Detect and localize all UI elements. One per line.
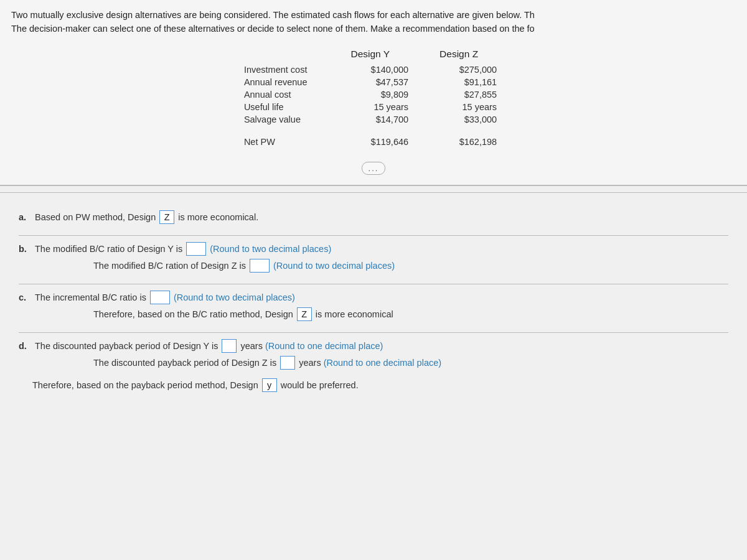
q-c-line1-suffix: (Round to two decimal places) <box>174 292 295 302</box>
row-y-2: $9,809 <box>326 88 415 101</box>
question-b-line1: b. The modified B/C ratio of Design Y is… <box>19 242 728 256</box>
q-d-line1-mid: years <box>240 341 262 351</box>
q-d-box2[interactable] <box>280 356 295 370</box>
question-b-line2: The modified B/C ration of Design Z is (… <box>19 259 728 273</box>
question-d-line2: The discounted payback period of Design … <box>19 356 728 370</box>
q-d-line3-prefix: Therefore, based on the payback period m… <box>32 380 258 390</box>
page: Two mutually exclusive design alternativ… <box>0 0 747 560</box>
q-label-c: c. <box>19 292 30 302</box>
ellipsis-button[interactable]: ... <box>362 162 386 175</box>
ellipsis-row: ... <box>11 162 736 175</box>
question-c-line1: c. The incremental B/C ratio is (Round t… <box>19 291 728 304</box>
table-row: Annual cost $9,809 $27,855 <box>244 88 503 101</box>
q-c-box2[interactable]: Z <box>297 307 312 321</box>
q-b-box2[interactable] <box>250 259 270 273</box>
question-c: c. The incremental B/C ratio is (Round t… <box>19 291 728 321</box>
q-label-b: b. <box>19 244 30 254</box>
q-b-box1[interactable] <box>186 242 206 256</box>
q-d-line1-suffix: (Round to one decimal place) <box>265 341 383 351</box>
table-row-netpw: Net PW $119,646 $162,198 <box>244 131 503 148</box>
intro-line1: Two mutually exclusive design alternativ… <box>11 9 736 22</box>
q-b-line2-suffix: (Round to two decimal places) <box>273 261 395 271</box>
q-b-line1-prefix: The modified B/C ratio of Design Y is <box>35 244 182 254</box>
row-label-1: Annual revenue <box>244 76 326 88</box>
top-section: Two mutually exclusive design alternativ… <box>0 0 747 186</box>
separator-d <box>19 332 728 333</box>
row-label-4: Salvage value <box>244 113 326 126</box>
table-row: Salvage value $14,700 $33,000 <box>244 113 503 126</box>
q-d-box3[interactable]: y <box>262 378 277 392</box>
table-wrapper: Design Y Design Z Investment cost $140,0… <box>11 47 736 148</box>
net-pw-label: Net PW <box>244 131 326 148</box>
row-y-3: 15 years <box>326 101 415 113</box>
q-label-d: d. <box>19 341 30 351</box>
separator-b <box>19 235 728 236</box>
question-d: d. The discounted payback period of Desi… <box>19 339 728 392</box>
q-d-line2-mid: years <box>299 358 321 368</box>
net-pw-y: $119,646 <box>326 131 415 148</box>
data-table: Design Y Design Z Investment cost $140,0… <box>244 47 503 148</box>
q-d-line2-suffix: (Round to one decimal place) <box>324 358 441 368</box>
table-row: Useful life 15 years 15 years <box>244 101 503 113</box>
question-d-line1: d. The discounted payback period of Desi… <box>19 339 728 353</box>
q-a-box[interactable]: Z <box>159 210 174 224</box>
intro-block: Two mutually exclusive design alternativ… <box>11 9 736 36</box>
table-row: Investment cost $140,000 $275,000 <box>244 63 503 76</box>
row-y-4: $14,700 <box>326 113 415 126</box>
row-label-2: Annual cost <box>244 88 326 101</box>
q-c-line1-prefix: The incremental B/C ratio is <box>35 292 146 302</box>
row-z-2: $27,855 <box>415 88 503 101</box>
question-b: b. The modified B/C ratio of Design Y is… <box>19 242 728 273</box>
row-y-0: $140,000 <box>326 63 415 76</box>
q-b-line2-prefix: The modified B/C ration of Design Z is <box>93 261 246 271</box>
separator <box>0 192 747 193</box>
question-a: a. Based on PW method, Design Z is more … <box>19 210 728 224</box>
net-pw-z: $162,198 <box>415 131 503 148</box>
q-d-line2-prefix: The discounted payback period of Design … <box>93 358 276 368</box>
row-z-0: $275,000 <box>415 63 503 76</box>
row-label-0: Investment cost <box>244 63 326 76</box>
row-z-4: $33,000 <box>415 113 503 126</box>
q-d-line3-suffix: would be preferred. <box>281 380 359 390</box>
q-c-line2-prefix: Therefore, based on the B/C ratio method… <box>93 309 293 319</box>
row-label-3: Useful life <box>244 101 326 113</box>
q-c-box1[interactable] <box>150 291 170 304</box>
row-z-1: $91,161 <box>415 76 503 88</box>
q-label-a: a. <box>19 212 30 222</box>
separator-c <box>19 284 728 284</box>
q-a-prefix: Based on PW method, Design <box>35 212 156 222</box>
col-header-z: Design Z <box>415 47 503 63</box>
q-c-line2-suffix: is more economical <box>316 309 393 319</box>
row-z-3: 15 years <box>415 101 503 113</box>
q-d-box1[interactable] <box>222 339 237 353</box>
col-header-y: Design Y <box>326 47 415 63</box>
intro-line2: The decision-maker can select one of the… <box>11 22 736 36</box>
table-row: Annual revenue $47,537 $91,161 <box>244 76 503 88</box>
row-y-1: $47,537 <box>326 76 415 88</box>
q-b-line1-suffix: (Round to two decimal places) <box>210 244 331 254</box>
q-a-suffix: is more economical. <box>178 212 258 222</box>
q-d-line1-prefix: The discounted payback period of Design … <box>35 341 218 351</box>
question-d-line3: Therefore, based on the payback period m… <box>19 378 728 392</box>
bottom-section: a. Based on PW method, Design Z is more … <box>0 199 747 416</box>
question-c-line2: Therefore, based on the B/C ratio method… <box>19 307 728 321</box>
question-a-line: a. Based on PW method, Design Z is more … <box>19 210 728 224</box>
